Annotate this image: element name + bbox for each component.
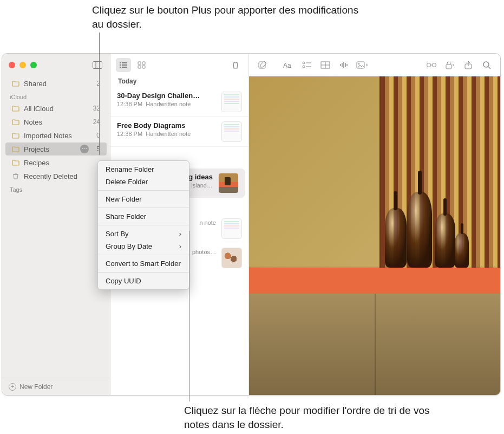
list-view-icon[interactable] bbox=[116, 58, 131, 72]
ctx-new-folder[interactable]: New Folder bbox=[98, 193, 189, 205]
delete-note-icon[interactable] bbox=[228, 58, 243, 72]
format-icon[interactable]: Aa bbox=[280, 58, 297, 72]
trash-icon bbox=[12, 173, 19, 179]
callout-leader-top bbox=[99, 33, 100, 155]
menu-separator bbox=[98, 208, 189, 208]
sidebar-list: Shared 2 iCloud All iCloud 32 Notes 24 I… bbox=[2, 76, 110, 378]
note-thumbnail bbox=[221, 92, 242, 112]
sidebar-item-all-icloud[interactable]: All iCloud 32 bbox=[5, 102, 107, 115]
sidebar-label: Recipes bbox=[24, 159, 49, 167]
sidebar-label: Projects bbox=[24, 145, 49, 153]
svg-line-34 bbox=[488, 67, 490, 69]
note-list-header: Today bbox=[110, 76, 248, 87]
chevron-right-icon: › bbox=[179, 230, 181, 238]
note-subtitle: 12:38 PM Handwritten note bbox=[117, 131, 216, 137]
svg-rect-10 bbox=[138, 66, 141, 68]
sidebar: Shared 2 iCloud All iCloud 32 Notes 24 I… bbox=[2, 54, 110, 395]
share-icon[interactable] bbox=[460, 58, 476, 72]
new-folder-button[interactable]: + New Folder bbox=[2, 378, 110, 395]
note-thumbnail bbox=[221, 121, 242, 142]
folder-context-menu: Rename Folder Delete Folder New Folder S… bbox=[97, 160, 189, 290]
sidebar-item-shared[interactable]: Shared 2 bbox=[5, 77, 107, 90]
ctx-convert-smart[interactable]: Convert to Smart Folder bbox=[98, 257, 189, 270]
sidebar-section-tags: Tags bbox=[2, 183, 110, 194]
note-list-toolbar bbox=[110, 54, 248, 76]
note-title: Free Body Diagrams bbox=[117, 121, 216, 129]
search-icon[interactable] bbox=[479, 58, 495, 72]
svg-point-4 bbox=[120, 67, 121, 68]
svg-point-2 bbox=[120, 62, 121, 63]
sidebar-label: Shared bbox=[24, 80, 47, 88]
callout-leader-bottom bbox=[189, 231, 189, 401]
svg-point-3 bbox=[120, 64, 121, 66]
app-window: Shared 2 iCloud All iCloud 32 Notes 24 I… bbox=[2, 53, 501, 396]
toggle-sidebar-icon[interactable] bbox=[91, 59, 103, 71]
ctx-share-folder[interactable]: Share Folder bbox=[98, 210, 189, 223]
svg-point-14 bbox=[303, 62, 305, 64]
editor-pane: Aa bbox=[249, 54, 500, 395]
sidebar-section-icloud: iCloud bbox=[2, 90, 110, 101]
callout-top: Cliquez sur le bouton Plus pour apporter… bbox=[92, 3, 363, 31]
svg-point-29 bbox=[433, 63, 436, 67]
folder-icon bbox=[12, 146, 19, 152]
lock-icon[interactable] bbox=[442, 58, 458, 72]
folder-icon bbox=[12, 105, 19, 112]
editor-toolbar: Aa bbox=[249, 54, 500, 76]
menu-separator bbox=[98, 272, 189, 273]
svg-point-16 bbox=[303, 66, 305, 68]
minimize-traffic-light[interactable] bbox=[19, 62, 26, 68]
audio-icon[interactable] bbox=[336, 58, 352, 72]
sidebar-label: Recently Deleted bbox=[24, 172, 77, 180]
ctx-delete-folder[interactable]: Delete Folder bbox=[98, 176, 189, 188]
sidebar-item-recipes[interactable]: Recipes bbox=[5, 156, 107, 169]
note-thumbnail bbox=[218, 173, 239, 193]
chevron-right-icon: › bbox=[179, 242, 181, 250]
more-icon[interactable]: ⋯ bbox=[80, 145, 89, 153]
folder-icon bbox=[12, 159, 19, 166]
new-folder-label: New Folder bbox=[19, 383, 53, 391]
ctx-copy-uuid[interactable]: Copy UUID bbox=[98, 275, 189, 287]
svg-rect-11 bbox=[142, 66, 145, 68]
close-traffic-light[interactable] bbox=[9, 62, 15, 68]
ctx-group-by-date[interactable]: Group By Date› bbox=[98, 240, 189, 252]
svg-text:Aa: Aa bbox=[283, 62, 291, 69]
menu-separator bbox=[98, 225, 189, 225]
note-item[interactable]: 30-Day Design Challen… 12:38 PM Handwrit… bbox=[110, 87, 248, 117]
zoom-traffic-light[interactable] bbox=[30, 62, 37, 68]
svg-rect-31 bbox=[446, 64, 451, 69]
folder-icon bbox=[12, 132, 19, 139]
table-icon[interactable] bbox=[317, 58, 333, 72]
note-canvas[interactable] bbox=[249, 76, 500, 395]
note-thumbnail bbox=[221, 248, 242, 268]
svg-point-27 bbox=[358, 63, 360, 64]
sidebar-label: Notes bbox=[24, 118, 42, 126]
note-thumbnail bbox=[221, 218, 242, 239]
svg-rect-0 bbox=[93, 62, 102, 69]
shared-folder-icon bbox=[12, 80, 19, 87]
note-title: 30-Day Design Challen… bbox=[117, 92, 216, 100]
svg-point-28 bbox=[427, 63, 431, 67]
sidebar-label: Imported Notes bbox=[24, 132, 72, 140]
media-icon[interactable] bbox=[354, 58, 370, 72]
ctx-sort-by[interactable]: Sort By› bbox=[98, 228, 189, 240]
plus-circle-icon: + bbox=[9, 383, 16, 391]
menu-separator bbox=[98, 190, 189, 191]
sidebar-label: All iCloud bbox=[24, 105, 54, 113]
sidebar-item-imported[interactable]: Imported Notes 0 bbox=[5, 129, 107, 142]
link-icon[interactable] bbox=[423, 58, 440, 72]
note-subtitle: 12:38 PM Handwritten note bbox=[117, 101, 216, 107]
menu-separator bbox=[98, 255, 189, 255]
sidebar-item-notes[interactable]: Notes 24 bbox=[5, 115, 107, 128]
grid-view-icon[interactable] bbox=[134, 58, 149, 72]
ctx-rename-folder[interactable]: Rename Folder bbox=[98, 163, 189, 176]
svg-rect-9 bbox=[142, 62, 145, 64]
note-item[interactable]: Free Body Diagrams 12:38 PM Handwritten … bbox=[110, 117, 248, 147]
sidebar-item-recently-deleted[interactable]: Recently Deleted bbox=[5, 170, 107, 183]
sidebar-item-projects[interactable]: Projects ⋯ 5 bbox=[5, 142, 107, 156]
folder-icon bbox=[12, 119, 19, 125]
svg-point-33 bbox=[483, 62, 489, 67]
callout-bottom: Cliquez sur la flèche pour modifier l'or… bbox=[184, 404, 455, 431]
checklist-icon[interactable] bbox=[299, 58, 315, 72]
compose-icon[interactable] bbox=[254, 58, 271, 72]
svg-rect-8 bbox=[138, 62, 141, 64]
